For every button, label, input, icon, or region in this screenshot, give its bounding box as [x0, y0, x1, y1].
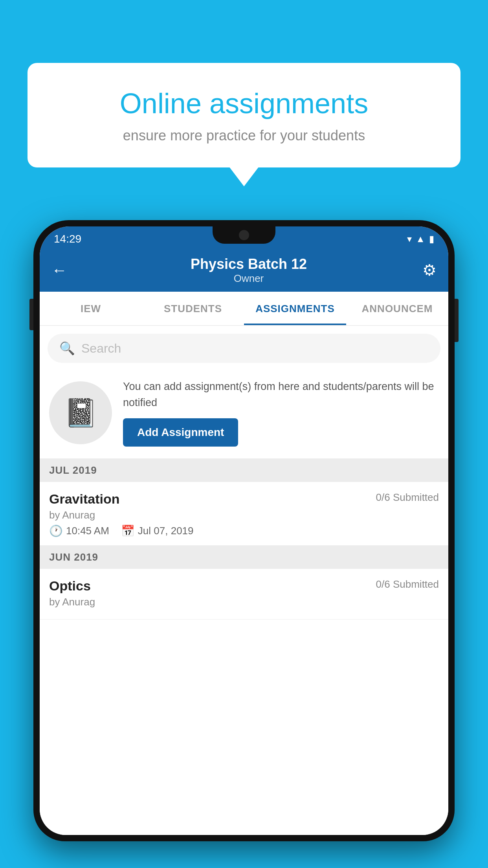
- app-bar-subtitle: Owner: [75, 272, 422, 285]
- meta-time: 🕐 10:45 AM: [49, 524, 109, 537]
- phone-side-button-right: [455, 299, 459, 342]
- search-placeholder: Search: [81, 341, 121, 356]
- speech-bubble: Online assignments ensure more practice …: [28, 63, 460, 167]
- assignment-meta: 🕐 10:45 AM 📅 Jul 07, 2019: [49, 524, 439, 537]
- assignment-item-gravitation[interactable]: Gravitation 0/6 Submitted by Anurag 🕐 10…: [40, 482, 448, 546]
- assignment-title: Gravitation: [49, 491, 119, 507]
- section-header-jun2019: JUN 2019: [40, 546, 448, 569]
- promo-card: 📓 You can add assignment(s) from here an…: [40, 367, 448, 459]
- promo-text-area: You can add assignment(s) from here and …: [123, 379, 439, 447]
- phone-screen: 14:29 ▾ ▲ ▮ ← Physics Batch 12 Owner ⚙ I…: [40, 226, 448, 835]
- tab-students[interactable]: STUDENTS: [142, 292, 244, 325]
- promo-icon-circle: 📓: [49, 381, 112, 444]
- search-bar[interactable]: 🔍 Search: [48, 334, 440, 363]
- assignment-time: 10:45 AM: [66, 525, 109, 537]
- app-bar-title-area: Physics Batch 12 Owner: [75, 256, 422, 285]
- battery-icon: ▮: [429, 234, 434, 245]
- signal-icon: ▲: [416, 234, 425, 245]
- assignment-item-optics[interactable]: Optics 0/6 Submitted by Anurag: [40, 569, 448, 620]
- assignment-row: Gravitation 0/6 Submitted: [49, 491, 439, 507]
- calendar-icon: 📅: [121, 524, 135, 537]
- phone: 14:29 ▾ ▲ ▮ ← Physics Batch 12 Owner ⚙ I…: [33, 220, 455, 868]
- assignment-author-optics: by Anurag: [49, 596, 439, 608]
- phone-notch: [213, 226, 275, 244]
- section-header-jul2019: JUL 2019: [40, 459, 448, 482]
- speech-bubble-area: Online assignments ensure more practice …: [28, 63, 460, 167]
- status-time: 14:29: [54, 233, 81, 245]
- status-icons: ▾ ▲ ▮: [407, 234, 434, 245]
- assignment-submitted: 0/6 Submitted: [376, 491, 439, 504]
- add-assignment-button[interactable]: Add Assignment: [123, 418, 238, 447]
- app-bar-title: Physics Batch 12: [75, 256, 422, 272]
- assignment-author: by Anurag: [49, 509, 439, 521]
- phone-side-button-left: [29, 299, 33, 330]
- speech-bubble-subtitle: ensure more practice for your students: [55, 127, 433, 144]
- assignment-submitted-optics: 0/6 Submitted: [376, 578, 439, 590]
- tab-announcements[interactable]: ANNOUNCEM: [346, 292, 448, 325]
- phone-outer: 14:29 ▾ ▲ ▮ ← Physics Batch 12 Owner ⚙ I…: [33, 220, 455, 841]
- clock-icon: 🕐: [49, 524, 63, 537]
- assignment-title-optics: Optics: [49, 578, 91, 594]
- back-button[interactable]: ←: [51, 261, 67, 279]
- speech-bubble-title: Online assignments: [55, 86, 433, 120]
- notebook-icon: 📓: [64, 397, 98, 429]
- app-bar: ← Physics Batch 12 Owner ⚙: [40, 248, 448, 292]
- tabs: IEW STUDENTS ASSIGNMENTS ANNOUNCEM: [40, 292, 448, 326]
- tab-assignments[interactable]: ASSIGNMENTS: [244, 292, 346, 325]
- tab-iew[interactable]: IEW: [40, 292, 142, 325]
- settings-button[interactable]: ⚙: [422, 261, 437, 279]
- assignment-row-optics: Optics 0/6 Submitted: [49, 578, 439, 594]
- wifi-icon: ▾: [407, 234, 412, 245]
- search-icon: 🔍: [59, 341, 75, 356]
- content-area: 🔍 Search 📓 You can add assignment(s) fro…: [40, 326, 448, 835]
- meta-date: 📅 Jul 07, 2019: [121, 524, 194, 537]
- promo-description: You can add assignment(s) from here and …: [123, 379, 439, 410]
- phone-camera: [239, 230, 249, 240]
- assignment-date: Jul 07, 2019: [138, 525, 194, 537]
